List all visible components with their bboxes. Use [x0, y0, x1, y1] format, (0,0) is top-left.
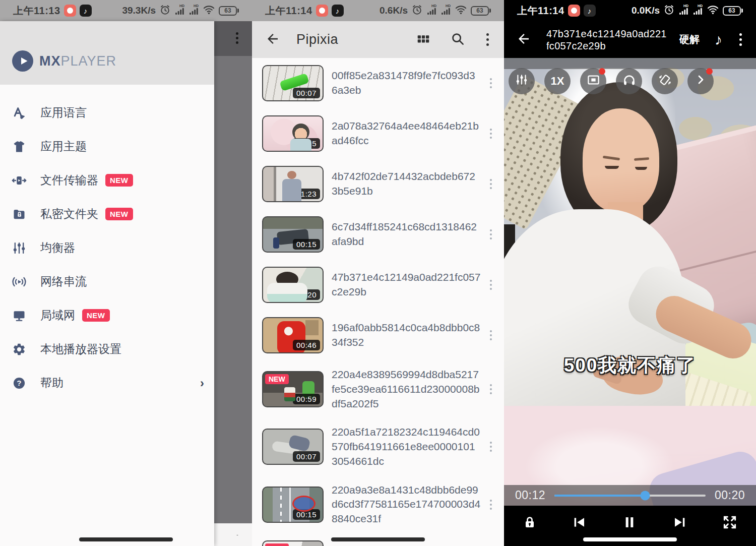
file-row[interactable]: 00:152a078a32764a4ee48464eb21bad46fcc	[252, 108, 504, 159]
player-quick-controls: 1X	[509, 68, 714, 94]
file-row[interactable]: NEW00:59220a4e8389569994d8dba5217fe5ce39…	[252, 360, 504, 418]
row-overflow-button[interactable]	[487, 126, 495, 142]
file-row[interactable]: 00:46196af0abb5814c0ca4b8dbb0c834f352	[252, 310, 504, 360]
file-row[interactable]: 00:07220a5f1a72182324c119464cd0570fb6419…	[252, 418, 504, 475]
video-thumbnail[interactable]: 00:07	[262, 65, 324, 101]
video-thumbnail[interactable]: 00:15	[262, 115, 324, 152]
app-bar: Pipixia	[252, 21, 504, 58]
home-indicator[interactable]	[331, 537, 425, 541]
duration-badge: 00:15	[293, 239, 320, 250]
person-art	[605, 166, 619, 169]
pip-button[interactable]	[580, 68, 606, 94]
overflow-menu-button[interactable]	[737, 31, 744, 48]
seek-slider[interactable]	[554, 495, 706, 497]
dimmed-footer	[214, 523, 252, 535]
net-speed: 0.6K/s	[380, 5, 408, 16]
video-title: 47b371e4c12149a0ad221fc057c2e29b	[546, 28, 668, 52]
headphones-button[interactable]	[616, 68, 642, 94]
home-indicator[interactable]	[583, 537, 677, 541]
lock-button[interactable]	[522, 515, 537, 532]
drawer-item-tshirt[interactable]: 应用主题	[0, 130, 214, 163]
seek-fill	[554, 495, 645, 497]
video-thumbnail[interactable]: 00:20	[262, 267, 324, 303]
page-title: Pipixia	[296, 32, 338, 47]
row-overflow-button[interactable]	[487, 75, 495, 91]
signal-icon: HD	[692, 4, 703, 18]
duration-badge: 00:15	[293, 509, 320, 520]
svg-text:HD: HD	[698, 4, 703, 8]
video-thumbnail[interactable]: 00:15	[262, 216, 324, 253]
video-frame[interactable]	[504, 58, 756, 546]
wifi-icon	[203, 4, 215, 17]
video-thumbnail[interactable]: 00:15	[262, 487, 324, 523]
row-overflow-button[interactable]	[487, 277, 495, 293]
row-overflow-button[interactable]	[487, 226, 495, 242]
grid-view-button[interactable]	[416, 31, 431, 48]
status-bar: 上午11:14 ♪ 0.6K/s HD HD 63	[252, 0, 504, 21]
hw-decode-toggle[interactable]: 硬解	[679, 33, 700, 46]
fullscreen-button[interactable]	[722, 514, 738, 532]
player-header: 47b371e4c12149a0ad221fc057c2e29b 硬解 ♪	[504, 21, 756, 58]
person-face-art	[583, 108, 659, 212]
row-overflow-button[interactable]	[487, 497, 495, 513]
signal-icon: HD	[188, 4, 199, 18]
video-thumbnail[interactable]: 01:23	[262, 166, 324, 202]
row-overflow-button[interactable]	[487, 439, 495, 455]
row-overflow-button[interactable]	[487, 381, 495, 397]
drawer-item-network-stream[interactable]: 网络串流	[0, 265, 214, 298]
video-thumbnail[interactable]: 00:07	[262, 429, 324, 465]
more-tools-button[interactable]	[687, 68, 714, 94]
playback-speed-button[interactable]: 1X	[544, 68, 571, 94]
file-row[interactable]: 01:234b742f02de714432acbdeb6723b5e91b	[252, 159, 504, 209]
drawer-item-lan[interactable]: 局域网NEW	[0, 298, 214, 332]
nav-drawer: MXPLAYER 应用语言应用主题文件传输器NEW私密文件夹NEW均衡器网络串流…	[0, 21, 214, 546]
next-button[interactable]	[672, 514, 688, 532]
notification-dot	[706, 68, 713, 75]
alarm-icon	[663, 4, 675, 18]
file-name: 220a9a3e8a1431c48dbb6de99d6cd3f77581165e…	[332, 483, 481, 526]
video-thumbnail[interactable]: NEW	[262, 540, 324, 546]
new-badge: NEW	[105, 174, 133, 187]
seek-knob[interactable]	[640, 491, 650, 500]
back-button[interactable]	[516, 31, 531, 48]
row-overflow-button[interactable]	[487, 176, 495, 192]
drawer-item-help[interactable]: ?帮助›	[0, 366, 214, 400]
drawer-item-file-transfer[interactable]: 文件传输器NEW	[0, 163, 214, 197]
drawer-item-settings-gear[interactable]: 本地播放器设置	[0, 332, 214, 366]
video-thumbnail[interactable]: NEW00:59	[262, 371, 324, 407]
tiktok-icon: ♪	[584, 5, 596, 17]
equalizer-button[interactable]	[509, 68, 535, 94]
previous-button[interactable]	[571, 514, 587, 532]
file-row[interactable]: 00:2047b371e4c12149a0ad221fc057c2e29b	[252, 260, 504, 310]
battery-level: 63	[471, 6, 489, 16]
search-button[interactable]	[450, 31, 465, 48]
file-row[interactable]: 00:15220a9a3e8a1431c48dbb6de99d6cd3f7758…	[252, 476, 504, 533]
drawer-item-label: 应用语言	[40, 105, 87, 120]
duration-badge: 00:07	[293, 451, 320, 462]
drawer-scrim[interactable]	[214, 21, 252, 535]
svg-text:HD: HD	[683, 4, 688, 8]
translate-icon	[12, 105, 27, 120]
row-overflow-button[interactable]	[487, 327, 495, 343]
status-time: 上午11:14	[517, 4, 564, 18]
audio-track-button[interactable]: ♪	[715, 32, 722, 47]
brand-player: PLAYER	[61, 53, 117, 69]
overflow-menu-button[interactable]	[484, 31, 491, 48]
drawer-item-private-folder[interactable]: 私密文件夹NEW	[0, 197, 214, 231]
back-button[interactable]	[265, 31, 280, 48]
drawer-item-translate[interactable]: 应用语言	[0, 96, 214, 130]
home-indicator[interactable]	[79, 537, 173, 541]
drawer-item-equalizer[interactable]: 均衡器	[0, 231, 214, 265]
drawer-item-label: 应用主题	[40, 139, 87, 154]
duration-badge: 00:59	[293, 394, 320, 404]
battery-icon: 63	[219, 6, 239, 16]
file-row[interactable]: 00:0700ff85e2a831478f9fe7fc093d36a3eb	[252, 58, 504, 108]
equalizer-icon	[12, 240, 27, 256]
rotate-screen-button[interactable]	[652, 68, 678, 94]
status-time: 上午11:14	[265, 4, 312, 18]
duration-badge: 01:23	[293, 189, 320, 199]
pause-button[interactable]	[621, 514, 638, 533]
file-row[interactable]: 00:156c7d34ff185241c68cd1318462afa9bd	[252, 209, 504, 260]
drawer-item-label: 文件传输器	[40, 172, 98, 188]
video-thumbnail[interactable]: 00:46	[262, 317, 324, 353]
